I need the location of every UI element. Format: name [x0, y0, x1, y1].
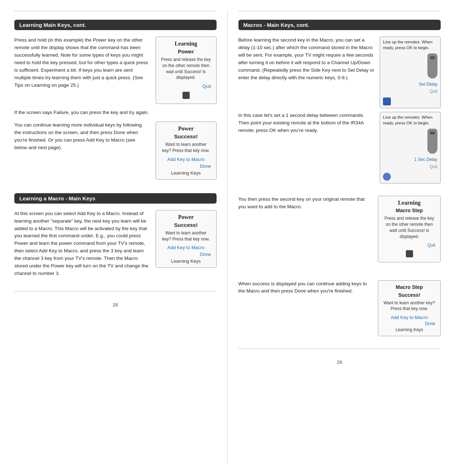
learning-power-screen: Learning Power Press and release the key… — [156, 37, 217, 104]
right-page-num: 29 — [238, 360, 441, 365]
macro-screen2-body: Want to learn another key? Press that ke… — [383, 300, 435, 312]
macro-screen2-bottom: Learning Keys — [383, 327, 435, 332]
screen3-body: Want to learn another key? Press that ke… — [161, 230, 211, 242]
remote-shape-2 — [427, 129, 437, 154]
screen3-title: Power — [161, 214, 211, 220]
screen1-quit: Quit — [161, 84, 211, 89]
right-section1-header: Macros - Main Keys, cont. — [238, 20, 441, 30]
screen3-subtitle: Success! — [161, 222, 211, 228]
left-section2-header: Learning a Macro - Main Keys — [14, 193, 217, 204]
remote2-label: 1 Sec Delay — [380, 156, 440, 164]
macro-learning-screen: Learning Macro Step Press and release th… — [378, 196, 441, 262]
remote2-img — [380, 127, 440, 156]
macro-screen1-subtitle: Macro Step — [383, 208, 435, 213]
circle-icon-2 — [383, 173, 391, 181]
left-section1-header: Learning Main Keys, cont. — [14, 20, 217, 30]
screen1-subtitle: Power — [161, 48, 211, 54]
screen2-body: Want to learn another key? Press that ke… — [161, 142, 211, 154]
remote1-text: Line up the remotes. When ready, press O… — [380, 37, 440, 52]
remote-shape-1 — [427, 53, 437, 78]
screen1-body: Press and release the key on the other r… — [161, 57, 211, 81]
screen3-done: Done — [161, 252, 211, 257]
macro-screen2-done: Done — [383, 321, 435, 326]
remote1-img — [380, 52, 440, 81]
screen3-add-key: Add Key to Macro — [161, 245, 211, 250]
screen3-bottom: Learning Keys — [161, 258, 211, 264]
remote1-label: Set Delay — [380, 81, 440, 89]
screen2-done: Done — [161, 163, 211, 169]
macro-screen1-title: Learning — [383, 200, 435, 206]
macro-screen2-subtitle: Success! — [383, 292, 435, 298]
macro-screen2-add-key: Add Key to Macro — [383, 315, 435, 320]
remote2-quit: Quit — [380, 164, 440, 171]
macro-power-success-screen: Power Success! Want to learn another key… — [156, 210, 217, 268]
remote1-quit: Quit — [380, 89, 440, 96]
remote2-text: Line up the remotes. When ready, press O… — [380, 112, 440, 127]
screen2-subtitle: Success! — [161, 133, 211, 139]
macro-success-screen: Macro Step Success! Want to learn anothe… — [378, 280, 441, 337]
macro-screen1-body: Press and release the key on the other r… — [383, 215, 435, 239]
home-icon-1 — [383, 97, 391, 105]
screen2-title: Power — [161, 125, 211, 132]
screen1-title: Learning — [161, 41, 211, 47]
left-para2: If the screen says Failure, you can pres… — [14, 109, 217, 116]
macro-screen1-quit: Quit — [383, 243, 435, 248]
left-page-num: 28 — [14, 302, 217, 308]
wifi-icon — [183, 92, 190, 99]
wifi-icon-macro — [406, 250, 413, 257]
screen2-bottom: Learning Keys — [161, 170, 211, 176]
power-success-screen: Power Success! Want to learn another key… — [156, 122, 217, 180]
remote-box-1: Line up the remotes. When ready, press O… — [380, 37, 441, 108]
remote-box-2: Line up the remotes. When ready, press O… — [380, 112, 441, 184]
macro-screen2-title: Macro Step — [383, 284, 435, 290]
screen2-add-key: Add Key to Macro — [161, 157, 211, 162]
